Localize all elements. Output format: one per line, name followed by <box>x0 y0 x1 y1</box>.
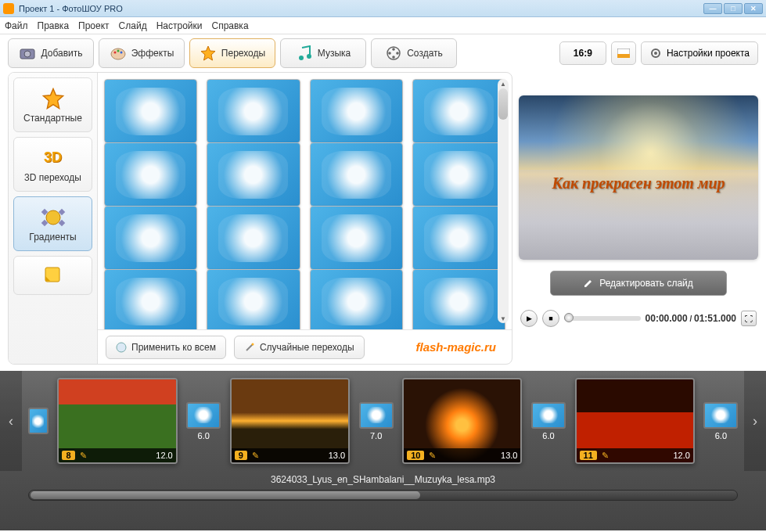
picture-icon <box>617 49 630 58</box>
scrollbar-thumb[interactable] <box>498 88 508 120</box>
transition-thumb[interactable] <box>310 142 403 207</box>
timeline-scrollbar-thumb[interactable] <box>31 491 420 499</box>
transition-thumb[interactable] <box>207 269 300 329</box>
tab-add-label: Добавить <box>41 48 82 59</box>
svg-point-11 <box>396 52 399 55</box>
slide-card[interactable]: 8 ✎ 12.0 <box>57 378 177 464</box>
slide-card[interactable]: 11 ✎ 12.0 <box>575 378 695 464</box>
category-next[interactable] <box>13 256 92 295</box>
transition-thumb[interactable] <box>104 206 197 270</box>
tab-effects-label: Эффекты <box>131 48 174 59</box>
pencil-icon[interactable]: ✎ <box>429 451 436 461</box>
tab-add[interactable]: Добавить <box>8 38 94 68</box>
stop-button[interactable]: ■ <box>542 310 559 327</box>
audio-filename: 3624033_Lyus_en_SHambalani__Muzuyka_lesa… <box>271 474 495 485</box>
transition-thumb[interactable] <box>104 142 197 207</box>
maximize-button[interactable]: □ <box>724 3 743 14</box>
project-settings-label: Настройки проекта <box>667 48 750 59</box>
transition-thumb[interactable] <box>104 79 197 143</box>
project-settings-button[interactable]: Настройки проекта <box>641 41 758 65</box>
slide-caption: 9 ✎ 13.0 <box>232 448 348 462</box>
watermark-text: flash-magic.ru <box>372 340 504 354</box>
category-3d[interactable]: 3D 3D переходы <box>13 137 92 192</box>
transition-thumb[interactable] <box>703 402 738 429</box>
camera-icon <box>19 45 36 62</box>
fullscreen-button[interactable]: ⛶ <box>741 311 757 326</box>
tab-transitions[interactable]: Переходы <box>189 38 275 68</box>
svg-point-3 <box>113 52 116 54</box>
window-title: Проект 1 - ФотоШОУ PRO <box>19 4 702 13</box>
transition-thumb[interactable] <box>207 79 300 143</box>
transition-thumb[interactable] <box>310 206 403 270</box>
transition-thumb[interactable] <box>412 79 505 143</box>
transition-duration: 7.0 <box>370 431 382 440</box>
star-icon <box>40 87 67 110</box>
transition-card: 6.0 <box>185 402 222 440</box>
transition-thumb[interactable] <box>531 402 566 429</box>
transition-thumb[interactable] <box>207 142 300 207</box>
menu-slide[interactable]: Слайд <box>119 20 147 31</box>
pencil-icon[interactable]: ✎ <box>80 451 87 461</box>
random-transitions-button[interactable]: Случайные переходы <box>234 336 365 359</box>
menu-settings[interactable]: Настройки <box>156 20 203 31</box>
background-button[interactable] <box>611 41 636 65</box>
gear-icon <box>649 47 662 59</box>
gallery-scrollbar[interactable]: ▲ ▼ <box>498 79 509 323</box>
menu-project[interactable]: Проект <box>78 20 110 31</box>
tab-music-label: Музыка <box>318 48 351 59</box>
transition-thumb[interactable] <box>28 408 49 434</box>
transition-thumb[interactable] <box>412 142 505 207</box>
slide-card[interactable]: 9 ✎ 13.0 <box>230 378 350 464</box>
transitions-panel: Стандартные 3D 3D переходы Градиенты <box>8 72 512 365</box>
music-icon <box>296 45 313 62</box>
transition-thumb[interactable] <box>412 206 505 270</box>
tab-create[interactable]: Создать <box>371 38 457 68</box>
scroll-down-icon[interactable]: ▼ <box>498 314 509 323</box>
slide-card[interactable]: 10 ✎ 13.0 <box>402 378 522 464</box>
transition-thumb[interactable] <box>186 402 221 429</box>
minimize-button[interactable]: — <box>703 3 722 14</box>
edit-slide-button[interactable]: Редактировать слайд <box>550 271 727 296</box>
timeline-scrollbar[interactable] <box>28 490 738 501</box>
preview-text: Как прекрасен этот мир <box>519 174 758 192</box>
gallery-footer: Применить ко всем Случайные переходы fla… <box>98 329 512 364</box>
transition-thumb[interactable] <box>207 206 300 270</box>
svg-point-27 <box>251 343 254 345</box>
svg-point-25 <box>117 343 126 352</box>
svg-marker-6 <box>201 46 215 60</box>
transition-gallery: ▲ ▼ <box>98 73 512 329</box>
menu-help[interactable]: Справка <box>211 20 248 31</box>
transition-thumb[interactable] <box>104 269 197 329</box>
pencil-icon[interactable]: ✎ <box>602 451 609 461</box>
menu-file[interactable]: Файл <box>5 20 28 31</box>
timeline-next-button[interactable]: › <box>744 371 766 471</box>
slide-number: 9 <box>235 451 247 460</box>
pencil-icon[interactable]: ✎ <box>252 451 259 461</box>
category-standard[interactable]: Стандартные <box>13 77 92 132</box>
player-controls: ▶ ■ 00:00.000 / 01:51.000 ⛶ <box>519 310 758 327</box>
apply-all-button[interactable]: Применить ко всем <box>106 336 226 359</box>
menu-edit[interactable]: Правка <box>38 20 70 31</box>
close-button[interactable]: ✕ <box>744 3 763 14</box>
transition-thumb[interactable] <box>310 79 403 143</box>
transition-thumb[interactable] <box>359 402 394 429</box>
edit-slide-label: Редактировать слайд <box>599 278 693 289</box>
svg-rect-15 <box>617 54 630 58</box>
transition-thumb[interactable] <box>412 269 505 329</box>
aspect-ratio-button[interactable]: 16:9 <box>559 41 606 65</box>
slide-caption: 11 ✎ 12.0 <box>577 448 693 462</box>
scroll-up-icon[interactable]: ▲ <box>498 79 509 88</box>
tab-effects[interactable]: Эффекты <box>99 38 185 68</box>
svg-point-10 <box>392 48 395 51</box>
tab-create-label: Создать <box>407 48 443 59</box>
tab-music[interactable]: Музыка <box>280 38 366 68</box>
timeline-prev-button[interactable]: ‹ <box>0 371 22 471</box>
seek-bar[interactable] <box>564 316 641 321</box>
transition-duration: 6.0 <box>715 431 727 440</box>
star-icon <box>200 45 217 62</box>
seek-knob[interactable] <box>564 313 574 322</box>
play-button[interactable]: ▶ <box>520 310 538 327</box>
transition-thumb[interactable] <box>310 269 403 329</box>
category-gradients[interactable]: Градиенты <box>13 196 92 251</box>
gradient-icon <box>40 206 67 229</box>
